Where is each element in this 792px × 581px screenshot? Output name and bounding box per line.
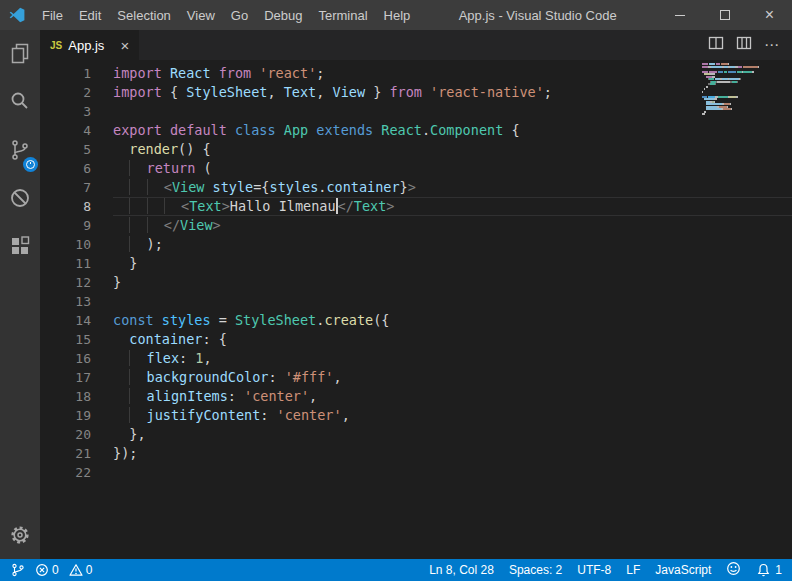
toggle-layout-button[interactable] xyxy=(736,35,752,55)
menu-go[interactable]: Go xyxy=(223,0,256,30)
code-line[interactable]: 5 render() { xyxy=(40,140,792,159)
line-content xyxy=(113,102,792,121)
status-left: 0 0 xyxy=(8,563,95,577)
line-content: flex: 1, xyxy=(113,349,792,368)
code-line[interactable]: 18 alignItems: 'center', xyxy=(40,387,792,406)
code-line[interactable]: 11 } xyxy=(40,254,792,273)
code-line[interactable]: 22 xyxy=(40,463,792,482)
menu-terminal[interactable]: Terminal xyxy=(310,0,375,30)
tab-label: App.js xyxy=(68,38,104,53)
line-number: 18 xyxy=(40,387,91,406)
code-line[interactable]: 7 <View style={styles.container}> xyxy=(40,178,792,197)
minimap-row xyxy=(702,66,762,68)
maximize-button[interactable] xyxy=(702,0,747,30)
clock-icon xyxy=(26,160,35,169)
line-number: 1 xyxy=(40,64,91,83)
code-line[interactable]: 6 return ( xyxy=(40,159,792,178)
warning-indicator[interactable]: 0 xyxy=(66,563,96,577)
source-control-badge xyxy=(23,157,38,172)
manage-button[interactable] xyxy=(0,511,40,559)
line-content: alignItems: 'center', xyxy=(113,387,792,406)
menu-debug[interactable]: Debug xyxy=(256,0,310,30)
line-content: import { StyleSheet, Text, View } from '… xyxy=(113,83,792,102)
line-number: 6 xyxy=(40,159,91,178)
cursor-position[interactable]: Ln 8, Col 28 xyxy=(429,563,494,577)
title-bar: File Edit Selection View Go Debug Termin… xyxy=(0,0,792,30)
editor-column: JS App.js × xyxy=(40,30,792,559)
code-line[interactable]: 16 flex: 1, xyxy=(40,349,792,368)
menu-edit[interactable]: Edit xyxy=(71,0,109,30)
bell-icon xyxy=(756,563,771,578)
code-line[interactable]: 4export default class App extends React.… xyxy=(40,121,792,140)
line-number: 20 xyxy=(40,425,91,444)
warning-icon xyxy=(69,563,83,577)
line-content: ); xyxy=(113,235,792,254)
activity-source-control-button[interactable] xyxy=(0,126,40,174)
debug-icon xyxy=(8,186,32,210)
activity-search-button[interactable] xyxy=(0,78,40,126)
activity-explorer-button[interactable] xyxy=(0,30,40,78)
activity-extensions-button[interactable] xyxy=(0,222,40,270)
code-line[interactable]: 15 container: { xyxy=(40,330,792,349)
minimize-button[interactable] xyxy=(657,0,702,30)
line-content: const styles = StyleSheet.create({ xyxy=(113,311,792,330)
editor[interactable]: 1import React from 'react';2import { Sty… xyxy=(40,60,792,559)
window-controls: × xyxy=(657,0,792,30)
line-number: 7 xyxy=(40,178,91,197)
line-number: 21 xyxy=(40,444,91,463)
line-number: 12 xyxy=(40,273,91,292)
vscode-logo-icon xyxy=(0,0,34,30)
code-line[interactable]: 13 xyxy=(40,292,792,311)
line-number: 3 xyxy=(40,102,91,121)
code-line[interactable]: 20 }, xyxy=(40,425,792,444)
menu-selection[interactable]: Selection xyxy=(109,0,178,30)
line-number: 13 xyxy=(40,292,91,311)
code-line[interactable]: 14const styles = StyleSheet.create({ xyxy=(40,311,792,330)
line-content: import React from 'react'; xyxy=(113,64,792,83)
split-editor-button[interactable] xyxy=(708,35,724,55)
code-line[interactable]: 12} xyxy=(40,273,792,292)
line-number: 17 xyxy=(40,368,91,387)
line-content: return ( xyxy=(113,159,792,178)
extensions-icon xyxy=(8,234,32,258)
menu-bar: File Edit Selection View Go Debug Termin… xyxy=(34,0,418,30)
explorer-icon xyxy=(8,42,32,66)
menu-file[interactable]: File xyxy=(34,0,71,30)
line-content: backgroundColor: '#fff', xyxy=(113,368,792,387)
code-line[interactable]: 19 justifyContent: 'center', xyxy=(40,406,792,425)
error-icon xyxy=(35,563,49,577)
language-mode[interactable]: JavaScript xyxy=(655,563,711,577)
error-indicator[interactable]: 0 xyxy=(32,563,62,577)
close-button[interactable]: × xyxy=(747,0,792,30)
minimap[interactable] xyxy=(702,63,762,118)
code-line[interactable]: 8 <Text>Hallo Ilmenau</Text> xyxy=(40,197,792,216)
code-line[interactable]: 10 ); xyxy=(40,235,792,254)
indent-guide xyxy=(147,217,164,233)
code-line[interactable]: 3 xyxy=(40,102,792,121)
activity-debug-button[interactable] xyxy=(0,174,40,222)
indent-guide xyxy=(129,236,146,252)
encoding-setting[interactable]: UTF-8 xyxy=(577,563,611,577)
code-line[interactable]: 1import React from 'react'; xyxy=(40,64,792,83)
more-actions-icon[interactable]: ⋯ xyxy=(764,36,780,54)
eol-setting[interactable]: LF xyxy=(626,563,640,577)
tab-close-icon[interactable]: × xyxy=(120,38,129,53)
indentation-setting[interactable]: Spaces: 2 xyxy=(509,563,562,577)
branch-indicator[interactable] xyxy=(8,563,28,577)
indent-guide xyxy=(129,217,146,233)
line-content: </View> xyxy=(113,216,792,235)
line-content: }); xyxy=(113,444,792,463)
code-line[interactable]: 17 backgroundColor: '#fff', xyxy=(40,368,792,387)
code-line[interactable]: 9 </View> xyxy=(40,216,792,235)
tab-appjs[interactable]: JS App.js × xyxy=(40,30,139,60)
feedback-button[interactable] xyxy=(726,561,741,579)
line-number: 19 xyxy=(40,406,91,425)
notifications-button[interactable]: 1 xyxy=(756,563,782,578)
code-line[interactable]: 2import { StyleSheet, Text, View } from … xyxy=(40,83,792,102)
notification-count: 1 xyxy=(775,563,782,577)
menu-view[interactable]: View xyxy=(179,0,223,30)
line-content: <View style={styles.container}> xyxy=(113,178,792,197)
code-line[interactable]: 21}); xyxy=(40,444,792,463)
line-number: 8 xyxy=(40,197,91,216)
menu-help[interactable]: Help xyxy=(376,0,419,30)
